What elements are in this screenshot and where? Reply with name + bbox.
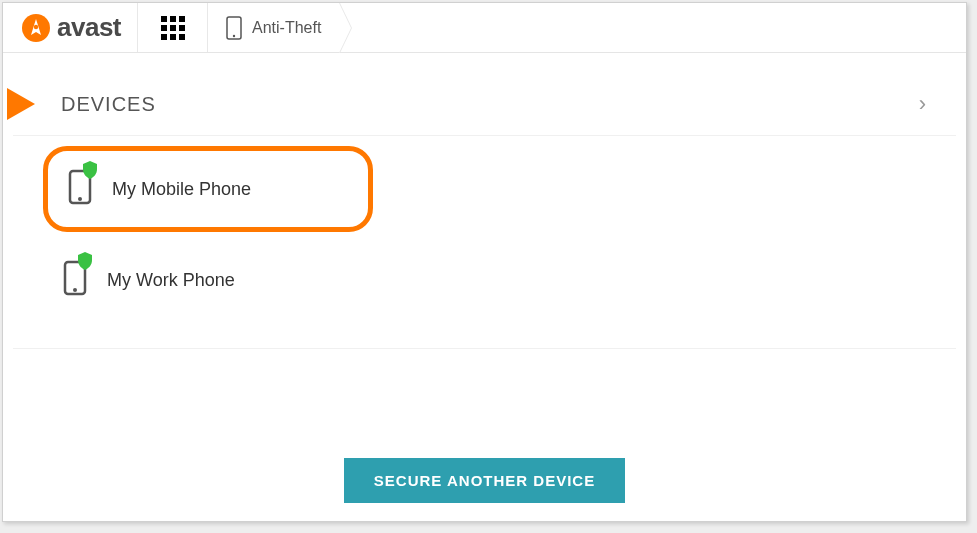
shield-icon <box>82 161 98 179</box>
device-label: My Work Phone <box>107 270 235 291</box>
secure-another-device-button[interactable]: SECURE ANOTHER DEVICE <box>344 458 625 503</box>
shield-icon <box>77 252 93 270</box>
main-content: DEVICES › My Mobile Phone <box>3 53 966 359</box>
phone-icon <box>226 16 242 40</box>
devices-section-header[interactable]: DEVICES › <box>13 73 956 136</box>
header-bar: avast Anti-Theft <box>3 3 966 53</box>
svg-point-7 <box>73 288 77 292</box>
chevron-right-icon: › <box>919 91 926 117</box>
breadcrumb-anti-theft[interactable]: Anti-Theft <box>208 3 340 52</box>
play-triangle-icon <box>7 88 35 120</box>
grid-icon <box>161 16 185 40</box>
brand-name: avast <box>57 12 121 43</box>
footer-actions: SECURE ANOTHER DEVICE <box>3 458 966 503</box>
avast-logo-icon <box>19 11 53 45</box>
section-title: DEVICES <box>61 93 156 116</box>
apps-grid-button[interactable] <box>138 3 208 52</box>
svg-point-5 <box>78 197 82 201</box>
device-item-mobile[interactable]: My Mobile Phone <box>43 146 373 232</box>
brand-logo[interactable]: avast <box>3 3 138 52</box>
phone-icon <box>68 169 92 209</box>
app-window: avast Anti-Theft DEVICES › <box>2 2 967 522</box>
device-list: My Mobile Phone My Work Phone <box>13 136 956 349</box>
svg-point-3 <box>233 34 235 36</box>
device-label: My Mobile Phone <box>112 179 251 200</box>
device-item-work[interactable]: My Work Phone <box>43 242 373 318</box>
phone-icon <box>63 260 87 300</box>
svg-point-1 <box>34 24 38 28</box>
breadcrumb-label: Anti-Theft <box>252 19 321 37</box>
